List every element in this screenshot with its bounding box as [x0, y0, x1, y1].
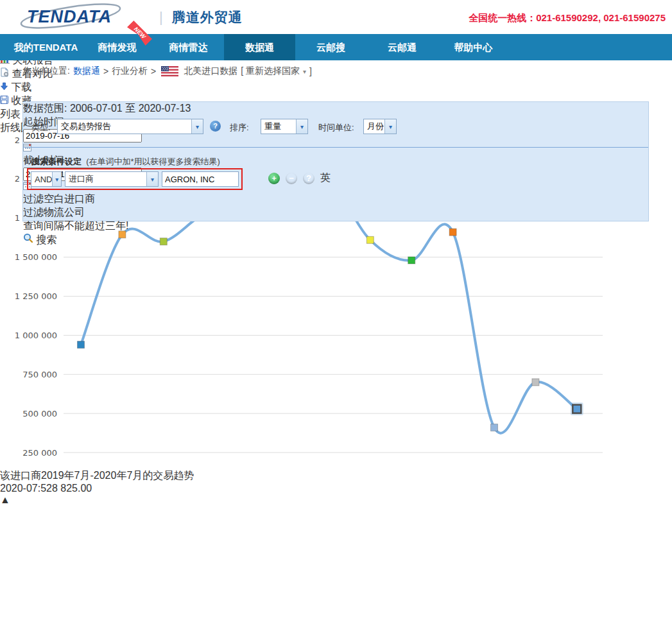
- chevron-down-icon: ▾: [146, 172, 158, 186]
- search-button[interactable]: 搜索: [23, 233, 648, 247]
- data-point-tooltip: 2020-07:528 825.00: [0, 483, 672, 494]
- breadcrumb-link-industry-analysis[interactable]: 行业分析: [112, 65, 148, 77]
- time-unit-label: 时间单位:: [318, 122, 354, 134]
- filter-panel: 类型: 交易趋势报告 ▾ ? 排序: 重量 ▾ 时间单位: 月份 ▾ 搜索条件设…: [22, 101, 649, 221]
- download-arrow-icon: [0, 82, 8, 91]
- filter-blank-importer-checkbox[interactable]: 过滤空白进口商: [23, 193, 648, 206]
- header: TENDATA | 腾道外贸通 全国统一热线：021-61590292, 021…: [0, 0, 672, 34]
- filter-row: 类型: 交易趋势报告 ▾ ? 排序: 重量 ▾ 时间单位: 月份 ▾: [23, 102, 648, 147]
- y-tick-label: 1 250 000: [15, 291, 57, 301]
- nav-item-discovery[interactable]: 商情发现 NEW: [82, 34, 153, 60]
- filter-logistics-checkbox[interactable]: 过滤物流公司: [23, 206, 648, 220]
- breadcrumb-prefix: 您当前位置:: [22, 65, 70, 77]
- y-tick-label: 1 000 000: [15, 331, 57, 340]
- y-tick-label: 250 000: [22, 448, 57, 458]
- breadcrumb: 您当前位置: 数据通 > 行业分析 > 北美进口数据 [ 重新选择国家 ▾ ]: [22, 60, 651, 82]
- y-tick-label: 1 500 000: [15, 252, 57, 262]
- hotline-text: 全国统一热线：021-61590292, 021-61590275: [469, 12, 666, 24]
- nav-item-cloud-mail-search[interactable]: 云邮搜: [295, 34, 366, 60]
- data-point-marker[interactable]: [408, 257, 415, 264]
- nav-item-my-tendata[interactable]: 我的TENDATA: [10, 34, 82, 60]
- breadcrumb-link-data-hub[interactable]: 数据通: [73, 65, 100, 77]
- brand-name: 腾道外贸通: [172, 8, 243, 26]
- search-condition-row: AND ▾ 进口商 ▾: [27, 168, 243, 190]
- type-label: 类型:: [31, 122, 51, 134]
- y-tick-label: 750 000: [22, 370, 57, 379]
- remove-condition-icon[interactable]: −: [286, 173, 297, 184]
- help-icon[interactable]: ?: [303, 173, 314, 184]
- chevron-down-icon[interactable]: ▾: [303, 68, 306, 75]
- chart-annotation: 该进口商2019年7月-2020年7月的交易趋势: [0, 469, 672, 483]
- divider: [23, 147, 648, 148]
- help-icon[interactable]: ?: [210, 121, 221, 132]
- keyword-input[interactable]: [162, 171, 239, 187]
- nav-item-data-hub[interactable]: 数据通: [224, 34, 295, 60]
- interval-warning-text: 查询间隔不能超过三年!: [23, 220, 648, 233]
- report-type-select[interactable]: 交易趋势报告 ▾: [57, 119, 203, 134]
- selected-data-point-marker[interactable]: [573, 405, 581, 413]
- chevron-down-icon: ▾: [296, 119, 307, 134]
- operator-select[interactable]: AND ▾: [31, 171, 62, 187]
- chevron-down-icon: ▾: [191, 119, 203, 134]
- data-point-marker[interactable]: [78, 341, 85, 348]
- add-condition-icon[interactable]: +: [268, 173, 280, 184]
- vertical-scrollbar[interactable]: ▲: [0, 494, 672, 506]
- compare-doc-icon: [0, 67, 9, 77]
- chevron-down-icon: ▾: [384, 119, 396, 134]
- data-point-marker[interactable]: [532, 379, 539, 386]
- download-button[interactable]: 下载: [0, 81, 672, 94]
- sort-select[interactable]: 重量 ▾: [261, 119, 308, 134]
- sort-label: 排序:: [230, 122, 249, 134]
- data-point-marker[interactable]: [491, 424, 498, 431]
- scroll-up-arrow-icon[interactable]: ▲: [0, 494, 672, 506]
- search-conditions-title: 搜索条件设定 (在单词中加*用以获得更多搜索结果): [31, 156, 220, 168]
- language-toggle[interactable]: 英: [320, 171, 331, 185]
- reselect-country-link[interactable]: [ 重新选择国家: [241, 65, 300, 77]
- logo-divider: |: [159, 9, 163, 26]
- nav-item-radar[interactable]: 商情雷达: [153, 34, 224, 60]
- svg-text:TENDATA: TENDATA: [27, 7, 112, 26]
- save-disk-icon: [0, 96, 8, 104]
- breadcrumb-current: 北美进口数据: [184, 65, 237, 77]
- nav-item-help-center[interactable]: 帮助中心: [438, 34, 509, 60]
- nav-item-cloud-mail[interactable]: 云邮通: [366, 34, 438, 60]
- chevron-down-icon: ▾: [52, 172, 61, 186]
- condition-row-actions: + − ? 英: [268, 171, 331, 185]
- page: TENDATA | 腾道外贸通 全国统一热线：021-61590292, 021…: [0, 0, 672, 622]
- field-select[interactable]: 进口商 ▾: [65, 171, 159, 187]
- main-nav: 我的TENDATA 商情发现 NEW 商情雷达 数据通 云邮搜 云邮通 帮助中心: [0, 34, 672, 60]
- us-flag-icon: [161, 66, 178, 76]
- search-icon: [23, 233, 33, 243]
- y-tick-label: 500 000: [22, 409, 57, 419]
- time-unit-select[interactable]: 月份 ▾: [363, 119, 397, 134]
- search-hint: (在单词中加*用以获得更多搜索结果): [86, 157, 220, 166]
